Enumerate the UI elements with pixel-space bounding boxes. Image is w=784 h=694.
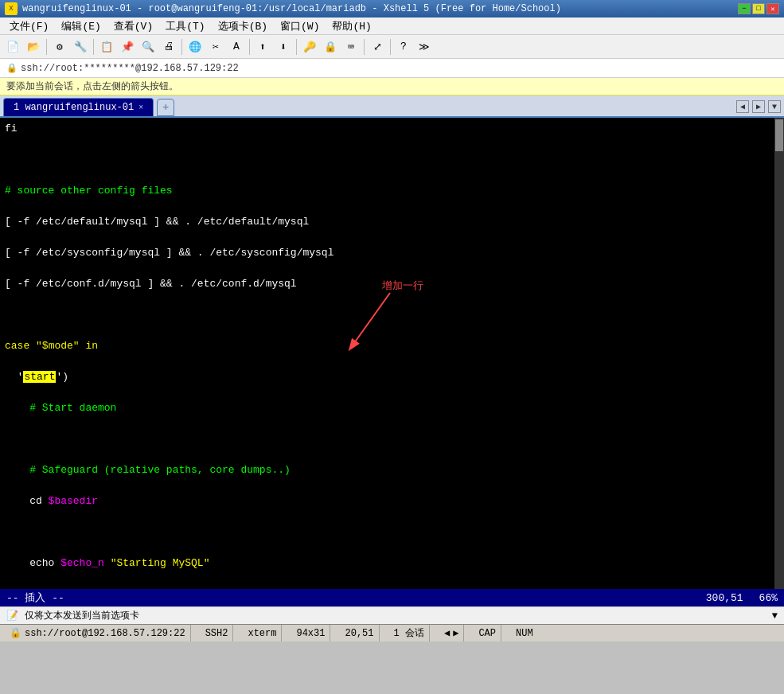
keyboard-button[interactable]: ⌨ [341, 38, 361, 56]
footer-ssh: 🔒 ssh://root@192.168.57.129:22 [5, 625, 191, 641]
address-bar: 🔒 ssh://root:*********@192.168.57.129:22 [0, 59, 784, 78]
tab-menu-button[interactable]: ▼ [768, 100, 781, 113]
key-button[interactable]: 🔑 [300, 38, 319, 56]
tab-close-button[interactable]: × [138, 103, 143, 112]
next-session-btn[interactable]: ▶ [453, 627, 458, 639]
properties-button[interactable]: 🔧 [71, 38, 90, 56]
status-right: 300,51 66% [706, 592, 778, 604]
footer-sessions: 1 会话 [389, 625, 430, 641]
tab-1[interactable]: 1 wangruifenglinux-01 × [3, 98, 154, 116]
maximize-button[interactable]: □ [752, 3, 765, 14]
menu-view[interactable]: 查看(V) [107, 18, 159, 35]
vim-mode: -- 插入 -- [6, 591, 64, 605]
menu-bar: 文件(F) 编辑(E) 查看(V) 工具(T) 选项卡(B) 窗口(W) 帮助(… [0, 18, 784, 35]
separator3 [181, 39, 182, 55]
zoom-level: 66% [759, 592, 778, 604]
separator4 [249, 39, 250, 55]
separator5 [296, 39, 297, 55]
paste-button[interactable]: 📌 [118, 38, 137, 56]
upload-button[interactable]: ⬆ [253, 38, 272, 56]
copy-button[interactable]: 📋 [97, 38, 116, 56]
app-icon: X [5, 2, 18, 15]
bottom-bar-text: 仅将文本发送到当前选项卡 [25, 609, 139, 622]
connect-button[interactable]: 🌐 [185, 38, 205, 56]
caps-lock: CAP [478, 628, 496, 639]
sessions-count: 1 会话 [394, 626, 424, 640]
info-bar: 要添加当前会话，点击左侧的箭头按钮。 [0, 78, 784, 96]
terminal-type: xterm [248, 628, 276, 639]
footer: 🔒 ssh://root@192.168.57.129:22 SSH2 xter… [0, 624, 784, 641]
help-button[interactable]: ? [394, 38, 413, 56]
separator1 [46, 39, 47, 55]
disconnect-button[interactable]: ✂ [206, 38, 225, 56]
search-button[interactable]: 🔍 [138, 38, 158, 56]
separator6 [364, 39, 365, 55]
lock-small-icon: 🔒 [10, 627, 21, 639]
info-text: 要添加当前会话，点击左侧的箭头按钮。 [6, 80, 178, 93]
more-button[interactable]: ≫ [415, 38, 434, 56]
address-value[interactable]: ssh://root:*********@192.168.57.129:22 [21, 63, 239, 74]
bottom-bar-arrow[interactable]: ▼ [772, 610, 778, 622]
num-lock: NUM [516, 628, 533, 639]
footer-protocol: SSH2 [201, 625, 234, 641]
status-bar: -- 插入 -- 300,51 66% [0, 589, 784, 606]
title-bar: X wangruifenglinux-01 - root@wangruifeng… [0, 0, 784, 18]
prev-session-btn[interactable]: ◀ [444, 627, 450, 639]
menu-edit[interactable]: 编辑(E) [55, 18, 107, 35]
font-button[interactable]: A [227, 38, 246, 56]
menu-window[interactable]: 窗口(W) [274, 18, 326, 35]
terminal-container[interactable]: fi # source other config files [ -f /etc… [0, 118, 784, 589]
footer-cursor: 20,51 [340, 625, 379, 641]
print-button[interactable]: 🖨 [159, 38, 178, 56]
expand-button[interactable]: ⤢ [368, 38, 387, 56]
terminal-size: 94x31 [296, 628, 325, 639]
menu-help[interactable]: 帮助(H) [326, 18, 377, 35]
bottom-bar: 📝 仅将文本发送到当前选项卡 ▼ [0, 606, 784, 624]
cursor-position: 300,51 [706, 592, 743, 604]
ssh-address: ssh://root@192.168.57.129:22 [25, 628, 185, 639]
toolbar: 📄 📂 ⚙ 🔧 📋 📌 🔍 🖨 🌐 ✂ A ⬆ ⬇ 🔑 🔒 ⌨ ⤢ ? ≫ [0, 35, 784, 59]
tab-label: 1 wangruifenglinux-01 [14, 102, 134, 113]
tab-bar: 1 wangruifenglinux-01 × + ◀ ▶ ▼ [0, 96, 784, 118]
terminal-output: fi # source other config files [ -f /etc… [5, 121, 779, 589]
new-tab-button[interactable]: + [157, 99, 174, 116]
open-button[interactable]: 📂 [24, 38, 43, 56]
separator2 [93, 39, 94, 55]
cursor-pos: 20,51 [345, 628, 373, 639]
bottom-bar-icon: 📝 [6, 610, 18, 622]
tab-nav: ◀ ▶ ▼ [736, 100, 781, 116]
window-title: wangruifenglinux-01 - root@wangruifeng-0… [22, 3, 561, 14]
footer-caps: CAP [474, 625, 501, 641]
footer-size: 94x31 [291, 625, 330, 641]
footer-nav: ◀ ▶ [439, 625, 464, 641]
menu-tabs[interactable]: 选项卡(B) [212, 18, 274, 35]
footer-num: NUM [511, 625, 538, 641]
settings-button[interactable]: ⚙ [50, 38, 69, 56]
lock-icon: 🔒 [6, 63, 18, 73]
tab-prev-button[interactable]: ◀ [736, 100, 749, 113]
separator7 [390, 39, 391, 55]
close-button[interactable]: ✕ [766, 3, 779, 14]
footer-terminal: xterm [243, 625, 282, 641]
download-button[interactable]: ⬇ [274, 38, 293, 56]
lock-button[interactable]: 🔒 [321, 38, 340, 56]
tab-next-button[interactable]: ▶ [752, 100, 765, 113]
menu-file[interactable]: 文件(F) [3, 18, 55, 35]
scrollbar-thumb[interactable] [775, 119, 783, 151]
terminal-content[interactable]: fi # source other config files [ -f /etc… [0, 118, 784, 589]
new-session-button[interactable]: 📄 [3, 38, 22, 56]
menu-tools[interactable]: 工具(T) [159, 18, 211, 35]
minimize-button[interactable]: − [738, 3, 751, 14]
protocol-label: SSH2 [205, 628, 228, 639]
scrollbar[interactable] [774, 118, 784, 589]
